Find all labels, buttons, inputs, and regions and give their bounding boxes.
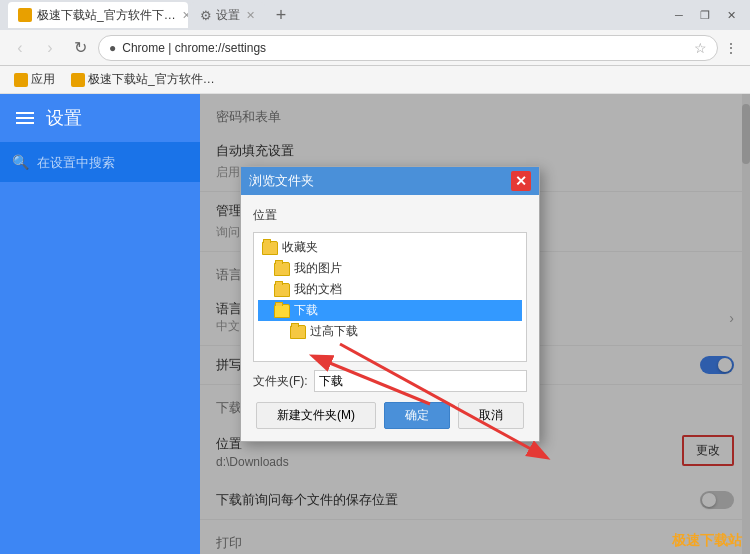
cancel-button[interactable]: 取消 (458, 402, 524, 429)
gear-icon: ⚙ (200, 8, 212, 23)
tab-label-download: 极速下载站_官方软件下… (37, 7, 176, 24)
folder-item-downloads[interactable]: 下载 (258, 300, 522, 321)
tab-close-download[interactable]: ✕ (182, 9, 188, 22)
sidebar-header: 设置 (0, 94, 200, 142)
folder-icon-favorites (262, 241, 278, 255)
spell-check-toggle[interactable] (700, 356, 734, 374)
address-bar[interactable]: ● Chrome | chrome://settings ☆ (98, 35, 718, 61)
ask-before-download-toggle[interactable] (700, 491, 734, 509)
dialog-filename-row: 文件夹(F): (253, 370, 527, 392)
folder-label-favorites: 收藏夹 (282, 239, 318, 256)
scrollbar-thumb[interactable] (742, 104, 750, 164)
folder-label-old-downloads: 过高下载 (310, 323, 358, 340)
reload-button[interactable]: ↻ (68, 36, 92, 60)
dialog-close-button[interactable]: ✕ (511, 171, 531, 191)
address-text: Chrome | chrome://settings (122, 41, 694, 55)
settings-content: 密码和表单 自动填充设置 启用自动填充功能后… 管理密码 询问是否保存您在网… … (200, 94, 750, 554)
new-folder-button[interactable]: 新建文件夹(M) (256, 402, 376, 429)
bookmark-apps-icon (14, 73, 28, 87)
watermark-text: 极速下载站 (672, 532, 742, 548)
location-path: d:\Downloads (216, 455, 674, 469)
bookmark-apps[interactable]: 应用 (10, 69, 59, 90)
ask-before-download-label: 下载前询问每个文件的保存位置 (216, 491, 398, 509)
ok-button[interactable]: 确定 (384, 402, 450, 429)
forward-button[interactable]: › (38, 36, 62, 60)
dialog-filename-label: 文件夹(F): (253, 373, 308, 390)
folder-icon-documents (274, 283, 290, 297)
browse-folder-dialog: 浏览文件夹 ✕ 位置 收藏夹 (240, 166, 540, 442)
minimize-button[interactable]: ─ (668, 7, 690, 23)
toggle-knob (718, 358, 732, 372)
autofill-title: 自动填充设置 (216, 142, 734, 160)
folder-icon-pictures (274, 262, 290, 276)
folder-item-pictures[interactable]: 我的图片 (258, 258, 522, 279)
folder-label-documents: 我的文档 (294, 281, 342, 298)
search-box: 🔍 (0, 142, 200, 182)
tab-download[interactable]: 极速下载站_官方软件下… ✕ (8, 2, 188, 28)
apps-icon[interactable]: ⋮ (724, 40, 738, 56)
close-button[interactable]: ✕ (720, 7, 742, 23)
search-icon: 🔍 (12, 154, 29, 170)
bookmarks-bar: 应用 极速下载站_官方软件… (0, 66, 750, 94)
browser-frame: 极速下载站_官方软件下… ✕ ⚙ 设置 ✕ + ─ ❐ ✕ ‹ › ↻ ● Ch… (0, 0, 750, 554)
back-button[interactable]: ‹ (8, 36, 32, 60)
folder-tree-scroll[interactable]: 收藏夹 我的图片 我的文档 (258, 237, 522, 357)
folder-icon-downloads (274, 304, 290, 318)
folder-icon-old-downloads (290, 325, 306, 339)
folder-label-pictures: 我的图片 (294, 260, 342, 277)
nav-bar: ‹ › ↻ ● Chrome | chrome://settings ☆ ⋮ (0, 30, 750, 66)
watermark: 极速下载站 (672, 532, 742, 550)
passwords-section-label: 密码和表单 (200, 94, 750, 132)
tab-label-settings: 设置 (216, 7, 240, 24)
ask-toggle-knob (702, 493, 716, 507)
bookmark-apps-label: 应用 (31, 71, 55, 88)
dialog-title: 浏览文件夹 (249, 172, 511, 190)
folder-item-old-downloads[interactable]: 过高下载 (258, 321, 522, 342)
title-bar: 极速下载站_官方软件下… ✕ ⚙ 设置 ✕ + ─ ❐ ✕ (0, 0, 750, 30)
bookmark-star-icon[interactable]: ☆ (694, 40, 707, 56)
dialog-filename-input[interactable] (314, 370, 527, 392)
dialog-titlebar: 浏览文件夹 ✕ (241, 167, 539, 195)
secure-icon: ● (109, 41, 116, 55)
hamburger-menu[interactable] (16, 112, 34, 124)
bookmark-site[interactable]: 极速下载站_官方软件… (67, 69, 219, 90)
dialog-location-label: 位置 (253, 207, 527, 224)
dialog-buttons: 新建文件夹(M) 确定 取消 (253, 402, 527, 429)
change-location-button[interactable]: 更改 (682, 435, 734, 466)
settings-sidebar: 设置 🔍 (0, 94, 200, 554)
folder-label-downloads: 下载 (294, 302, 318, 319)
folder-tree: 收藏夹 我的图片 我的文档 (253, 232, 527, 362)
scrollbar-track (742, 94, 750, 554)
main-content: 设置 🔍 密码和表单 自动填充设置 启用自动填充功能后… 管理密码 询问是否保存… (0, 94, 750, 554)
folder-item-favorites[interactable]: 收藏夹 (258, 237, 522, 258)
tab-settings[interactable]: ⚙ 设置 ✕ (190, 2, 265, 28)
restore-button[interactable]: ❐ (694, 7, 716, 23)
new-tab-button[interactable]: + (269, 3, 293, 27)
print-section-label: 打印 (200, 520, 750, 554)
folder-item-documents[interactable]: 我的文档 (258, 279, 522, 300)
ask-before-download-item: 下载前询问每个文件的保存位置 (200, 481, 750, 520)
bookmark-site-label: 极速下载站_官方软件… (88, 71, 215, 88)
bookmark-site-icon (71, 73, 85, 87)
search-input[interactable] (37, 155, 205, 170)
sidebar-title: 设置 (46, 106, 82, 130)
dialog-body: 位置 收藏夹 我的图片 (241, 195, 539, 441)
window-controls: ─ ❐ ✕ (668, 7, 742, 23)
tab-icon-download (18, 8, 32, 22)
language-chevron-icon: › (729, 310, 734, 326)
tab-close-settings[interactable]: ✕ (246, 9, 255, 22)
